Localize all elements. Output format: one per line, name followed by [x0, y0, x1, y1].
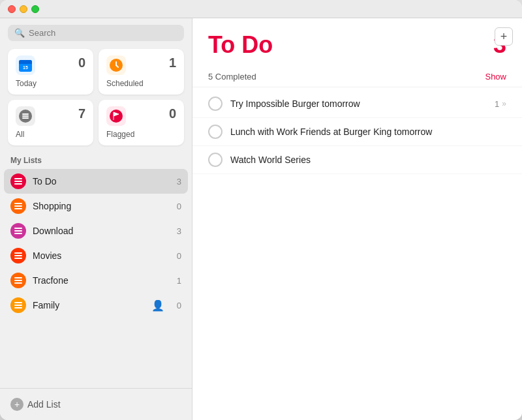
svg-rect-9: [22, 115, 29, 117]
sidebar: 🔍 15: [0, 18, 192, 420]
svg-rect-20: [14, 233, 22, 234]
task-name-0: Try Impossible Burger tomorrow: [230, 98, 487, 109]
movies-list-count: 0: [171, 251, 181, 261]
todo-list-count: 3: [171, 177, 181, 187]
svg-rect-19: [14, 230, 22, 232]
movies-list-icon: [10, 248, 26, 263]
shopping-list-count: 0: [171, 202, 181, 211]
flagged-count: 0: [169, 106, 176, 121]
task-name-1: Lunch with Work Friends at Burger King t…: [230, 127, 506, 137]
page-title: To Do: [208, 31, 273, 59]
shopping-list-icon: [10, 198, 26, 214]
task-checkbox-1[interactable]: [208, 125, 223, 139]
sidebar-item-tracfone[interactable]: Tracfone 1: [0, 268, 192, 293]
sidebar-item-shopping[interactable]: Shopping 0: [0, 194, 192, 218]
movies-list-name: Movies: [33, 250, 164, 261]
add-task-button[interactable]: +: [495, 27, 513, 46]
tracfone-list-icon: [10, 273, 26, 288]
smart-list-today[interactable]: 15 0 Today: [8, 49, 93, 95]
svg-rect-29: [14, 307, 22, 308]
download-list-icon: [10, 223, 26, 239]
smart-list-scheduled[interactable]: 1 Scheduled: [99, 49, 184, 95]
tracfone-list-count: 1: [171, 276, 181, 286]
list-items-container: To Do 3 Shopping 0 Download: [0, 169, 192, 388]
svg-rect-15: [14, 203, 22, 204]
scheduled-label: Scheduled: [106, 79, 176, 88]
main-content: + To Do 3 5 Completed Show Try Impossibl…: [192, 18, 522, 420]
task-item-0[interactable]: Try Impossible Burger tomorrow 1 »: [192, 90, 522, 118]
task-item-2[interactable]: Watch World Series: [192, 146, 522, 174]
sidebar-item-todo[interactable]: To Do 3: [4, 169, 188, 194]
search-input[interactable]: [29, 28, 177, 38]
sidebar-item-family[interactable]: Family 👤 0: [0, 293, 192, 318]
add-list-button[interactable]: + Add List: [10, 395, 61, 413]
download-list-name: Download: [33, 226, 164, 236]
search-bar[interactable]: 🔍: [8, 25, 184, 41]
minimize-button[interactable]: [20, 5, 27, 13]
today-icon: 15: [16, 55, 35, 75]
add-list-plus-icon: +: [10, 398, 23, 411]
svg-rect-27: [14, 302, 22, 303]
main-header: To Do 3: [192, 18, 522, 67]
svg-rect-21: [14, 252, 22, 254]
smart-lists-grid: 15 0 Today: [0, 49, 192, 153]
svg-rect-17: [14, 208, 22, 209]
svg-rect-14: [14, 183, 22, 185]
task-name-2: Watch World Series: [230, 155, 506, 165]
todo-list-icon: [10, 173, 26, 189]
flagged-label: Flagged: [106, 130, 176, 139]
todo-list-name: To Do: [33, 176, 164, 187]
task-chevron-0: »: [502, 99, 506, 108]
svg-rect-22: [14, 255, 22, 256]
task-checkbox-0[interactable]: [208, 97, 223, 111]
all-label: All: [16, 130, 85, 139]
svg-rect-8: [22, 113, 29, 115]
task-item-1[interactable]: Lunch with Work Friends at Burger King t…: [192, 118, 522, 146]
svg-rect-28: [14, 305, 22, 306]
close-button[interactable]: [8, 5, 16, 13]
titlebar: [0, 0, 522, 18]
svg-rect-26: [14, 282, 22, 284]
svg-rect-10: [22, 117, 29, 119]
shopping-list-name: Shopping: [33, 201, 164, 211]
maximize-button[interactable]: [31, 5, 39, 13]
all-count: 7: [78, 106, 85, 121]
svg-rect-23: [14, 258, 22, 259]
task-badge-0: 1 »: [495, 99, 506, 109]
sidebar-item-movies[interactable]: Movies 0: [0, 243, 192, 268]
scheduled-icon: [106, 55, 126, 75]
scheduled-count: 1: [169, 55, 176, 70]
smart-list-flagged[interactable]: 0 Flagged: [99, 100, 184, 145]
smart-list-all[interactable]: 7 All: [8, 100, 93, 145]
svg-rect-24: [14, 277, 22, 278]
svg-rect-12: [14, 178, 22, 179]
completed-text: 5 Completed: [208, 72, 256, 82]
task-checkbox-2[interactable]: [208, 153, 223, 167]
svg-point-11: [110, 110, 123, 123]
traffic-lights: [8, 5, 39, 13]
svg-text:15: 15: [23, 65, 28, 70]
family-list-name: Family: [33, 300, 145, 310]
svg-rect-2: [19, 62, 32, 64]
app-window: 🔍 15: [0, 0, 522, 420]
my-lists-header: My Lists: [0, 153, 192, 169]
show-completed-button[interactable]: Show: [485, 72, 506, 82]
download-list-count: 3: [171, 226, 181, 236]
content-area: 🔍 15: [0, 18, 522, 420]
svg-rect-18: [14, 228, 22, 229]
search-icon: 🔍: [14, 28, 25, 38]
family-list-icon: [10, 297, 26, 313]
task-list: Try Impossible Burger tomorrow 1 » Lunch…: [192, 87, 522, 420]
flagged-icon: [106, 106, 126, 126]
svg-rect-16: [14, 205, 22, 207]
svg-rect-25: [14, 280, 22, 281]
family-person-icon: 👤: [151, 299, 164, 312]
sidebar-item-download[interactable]: Download 3: [0, 218, 192, 243]
svg-rect-13: [14, 181, 22, 182]
family-list-count: 0: [171, 301, 181, 310]
completed-row: 5 Completed Show: [192, 67, 522, 87]
today-count: 0: [78, 55, 85, 70]
all-icon: [16, 106, 35, 126]
sidebar-footer: + Add List: [0, 388, 192, 420]
add-list-label: Add List: [27, 399, 61, 410]
